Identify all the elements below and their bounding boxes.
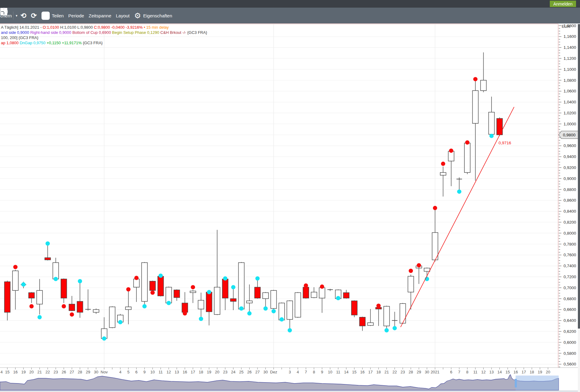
cyan-signal-dot: [384, 328, 389, 333]
time-axis-label: 19: [21, 370, 26, 374]
cyan-signal-dot: [78, 279, 82, 283]
toolbar-item-layout[interactable]: Layout: [116, 13, 130, 18]
candle: [109, 306, 115, 328]
time-axis-label: 20: [215, 370, 219, 374]
toolbar-item-share[interactable]: Teilen: [41, 12, 64, 20]
time-axis-label: 11: [336, 370, 340, 374]
candle: [239, 262, 244, 310]
cyan-signal-dot: [272, 309, 276, 313]
price-axis-label: 1,1200: [564, 56, 576, 61]
time-axis-label: Nov: [101, 370, 108, 374]
time-axis-label: 17: [522, 370, 526, 374]
candle: [271, 290, 276, 311]
red-signal-dot: [134, 276, 139, 280]
toolbar-item-label: Teilen: [52, 13, 64, 18]
time-axis-label: 7: [305, 370, 307, 374]
price-axis-label: 0,6600: [564, 307, 576, 312]
price-axis-label: 1,1000: [564, 67, 576, 72]
top-bar: Anmelden: [0, 0, 580, 8]
trend-line-value-label: 0,9716: [499, 141, 511, 145]
time-axis-label: 27: [255, 370, 260, 374]
red-signal-dot: [441, 162, 445, 166]
price-axis-label: 0,6000: [564, 340, 576, 345]
price-axis-label: 0,9000: [564, 176, 576, 181]
time-axis-label: 18: [199, 370, 203, 374]
login-button[interactable]: Anmelden: [550, 1, 576, 7]
legend-segment: +0,1150 +11,9171%: [47, 41, 83, 45]
time-axis-label: 20: [29, 370, 34, 374]
red-signal-dot: [191, 285, 195, 289]
price-axis-label: 0,8400: [564, 209, 576, 214]
candle: [400, 303, 406, 324]
chart-legend: A Täglich] 14.01.2021 - O:1,0100 H:1,010…: [1, 25, 207, 45]
cyan-signal-dot: [118, 320, 122, 324]
time-axis-label: 6: [135, 370, 138, 374]
time-axis-label: 15: [506, 370, 510, 374]
red-signal-dot: [433, 206, 437, 210]
legend-segment: O:1,0100: [43, 25, 60, 30]
toolbar-item-timespan[interactable]: Zeitspanne: [89, 13, 111, 18]
red-signal-dot: [13, 265, 17, 269]
legend-segment: Right-hand side 0,9000: [30, 30, 72, 35]
candle: [158, 275, 164, 297]
toolbar-item-properties[interactable]: ⚙Eigenschaften: [134, 12, 172, 20]
toolbar-item-label: Eigenschaften: [143, 13, 172, 18]
red-signal-dot: [70, 312, 74, 317]
time-axis-label: 23: [53, 370, 58, 374]
price-axis-label: 0,7400: [564, 264, 576, 268]
app-window: Anmelden chern ▾ ⟲⟳TeilenPeriodeZeitspan…: [0, 0, 580, 392]
time-axis-label: 30: [94, 370, 98, 374]
price-axis-label: 1,1600: [564, 34, 576, 39]
legend-segment: C&H Brkout -/-: [160, 30, 187, 35]
cyan-signal-dot: [159, 274, 163, 278]
time-axis-label: 29: [86, 370, 90, 374]
vertical-scrollbar-thumb[interactable]: [578, 24, 580, 329]
horizontal-scrollbar[interactable]: [0, 390, 578, 392]
legend-line-4: ap 1,0800 DnGap 0,9750 +0,1150 +11,9171%…: [1, 40, 207, 45]
price-axis-label: 0,8200: [564, 220, 576, 225]
toolbar-item-label: Periode: [68, 13, 84, 18]
price-axis-label: 1,0200: [564, 111, 576, 115]
navigator-selection[interactable]: [516, 376, 559, 390]
legend-line-2: and side 0,9000 Right-hand side 0,9000 B…: [1, 30, 207, 35]
time-axis-label: 13: [175, 370, 179, 374]
cyan-signal-dot: [263, 306, 268, 311]
price-axis-label: 0,8000: [564, 231, 576, 236]
price-axis-label: 0,9600: [564, 143, 576, 148]
candle: [303, 287, 309, 299]
layout-grid-icon: [0, 8, 8, 15]
time-axis-label: 4: [119, 370, 121, 374]
candle: [150, 281, 156, 292]
navigator[interactable]: [0, 375, 559, 390]
time-axis-label: 22: [45, 370, 50, 374]
candle: [142, 262, 147, 306]
red-signal-dot: [473, 77, 477, 81]
cyan-signal-dot: [45, 241, 50, 246]
time-axis-label: 12: [167, 370, 171, 374]
toolbar-item-period[interactable]: Periode: [68, 13, 84, 18]
navigator-handle[interactable]: [515, 379, 517, 387]
legend-segment: H:1,0100 L:0,9800: [60, 25, 94, 30]
price-axis-label: 0,6800: [564, 297, 576, 301]
candle: [351, 300, 357, 317]
save-dropdown-button[interactable]: ▾: [16, 14, 18, 18]
vertical-scrollbar[interactable]: [578, 24, 580, 392]
price-chart[interactable]: 0,97161,18001,16001,14001,12001,10001,08…: [0, 0, 580, 392]
time-axis[interactable]: 4151619202122232627282930Nov456910111213…: [0, 368, 578, 374]
time-axis-label: 12: [481, 370, 485, 374]
time-axis-label: 19: [538, 370, 542, 374]
time-axis-label: 23: [401, 370, 405, 374]
legend-segment: C:0,9800 -0,0400 -3,9216%: [94, 25, 144, 30]
legend-segment: 100, 200] {GC3 FRA}: [1, 35, 38, 40]
red-signal-dot: [465, 140, 470, 145]
cyan-signal-dot: [393, 326, 397, 330]
undo-icon: ⟲: [20, 12, 26, 19]
time-axis-label: 16: [513, 370, 518, 374]
legend-segment: DnGap 0,9750: [20, 41, 46, 45]
toolbar-item-undo[interactable]: ⟲: [20, 12, 26, 19]
red-signal-dot: [29, 304, 34, 308]
toolbar-item-redo[interactable]: ⟳: [31, 12, 37, 19]
price-axis-label: 1,0400: [564, 100, 576, 104]
price-axis[interactable]: 1,18001,16001,14001,12001,10001,08001,06…: [558, 23, 576, 368]
red-signal-dot: [449, 149, 453, 153]
